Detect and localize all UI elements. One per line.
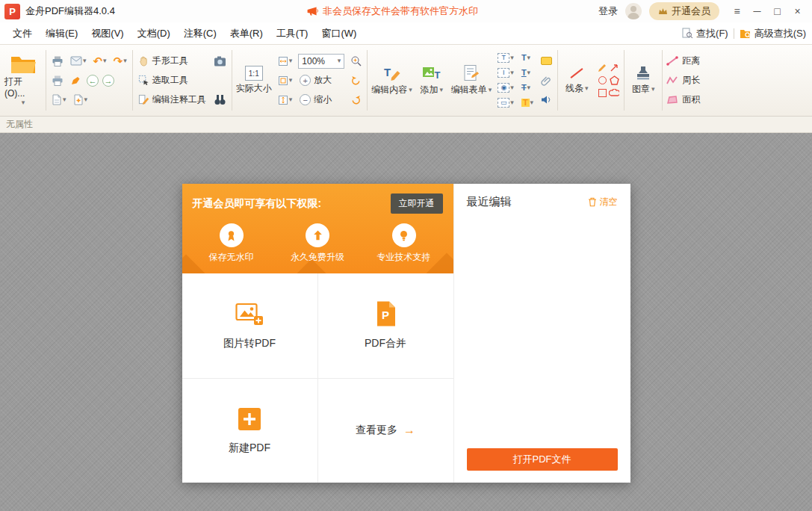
- button-field-icon: ▭: [498, 98, 509, 108]
- stamp-button[interactable]: 图章 ▾: [626, 46, 660, 114]
- edit-content-label: 编辑内容: [371, 84, 407, 96]
- rectangle-shape-button[interactable]: [598, 89, 607, 97]
- polygon-shape-button[interactable]: [610, 75, 619, 85]
- toolbar-separator: [132, 50, 133, 111]
- vip-button[interactable]: 开通会员: [649, 2, 719, 20]
- find-button[interactable]: 查找(F): [682, 27, 728, 40]
- pdf-merge-icon: P: [374, 300, 397, 327]
- menu-edit[interactable]: 编辑(E): [39, 24, 84, 43]
- new-pdf-button[interactable]: 新建PDF: [182, 379, 317, 483]
- vip-button-label: 开通会员: [672, 4, 710, 18]
- mail-button[interactable]: ▾: [69, 55, 88, 66]
- marquee-zoom-button[interactable]: [349, 55, 363, 67]
- highlight-text-button[interactable]: T▾: [520, 98, 535, 108]
- menu-tools[interactable]: 工具(T): [270, 24, 315, 43]
- find-label: 查找(F): [696, 27, 728, 40]
- open-pdf-file-button[interactable]: 打开PDF文件: [467, 448, 618, 471]
- pdf-merge-button[interactable]: P PDF合并: [318, 273, 453, 378]
- comment-bubble-button[interactable]: [539, 56, 554, 66]
- distance-tool-button[interactable]: 距离: [666, 52, 700, 70]
- export-document-button[interactable]: ▾: [50, 93, 68, 106]
- clear-recent-button[interactable]: 清空: [588, 196, 618, 208]
- print-setup-button[interactable]: [50, 74, 65, 87]
- zoom-in-button[interactable]: + 放大: [298, 71, 344, 90]
- menu-window[interactable]: 窗口(W): [314, 24, 363, 43]
- actual-size-button[interactable]: 1:1 实际大小: [234, 46, 274, 114]
- activate-now-button[interactable]: 立即开通: [391, 193, 443, 214]
- page-fit-group: ▾ ▾ ▾: [274, 46, 297, 114]
- circle-shape-button[interactable]: [598, 76, 607, 84]
- underline-text-button[interactable]: T▾: [520, 68, 532, 78]
- trash-icon: [588, 197, 597, 207]
- minimize-button[interactable]: ─: [747, 2, 767, 20]
- app-menu-button[interactable]: ≡: [727, 2, 747, 20]
- rotate-left-button[interactable]: [349, 74, 363, 87]
- upgrade-arrow-icon: [306, 223, 329, 247]
- login-link[interactable]: 登录: [598, 4, 618, 18]
- perimeter-tool-button[interactable]: 周长: [666, 71, 700, 90]
- pencil-shape-button[interactable]: [598, 63, 607, 72]
- vip-banner-title: 开通会员即可享有以下权限:: [193, 197, 322, 211]
- menu-view[interactable]: 视图(V): [84, 24, 130, 43]
- select-tool-button[interactable]: 选取工具: [137, 71, 208, 90]
- fit-page-button[interactable]: ▾: [276, 75, 294, 87]
- edit-content-button[interactable]: T 编辑内容 ▾: [369, 46, 415, 114]
- radio-field-icon: ◉: [498, 83, 509, 93]
- attachment-button[interactable]: [539, 75, 553, 87]
- radio-field-button[interactable]: ◉▾: [496, 82, 515, 93]
- open-folder-icon: [10, 55, 36, 74]
- button-field-button[interactable]: ▭▾: [496, 97, 515, 108]
- sound-button[interactable]: [539, 94, 554, 105]
- add-button[interactable]: T 添加 ▾: [415, 46, 449, 114]
- edit-form-button[interactable]: 编辑表单 ▾: [449, 46, 495, 114]
- undo-button[interactable]: ↶ ▾: [92, 55, 108, 67]
- line-icon: [569, 66, 584, 81]
- annotate-pen-icon: [138, 94, 149, 105]
- next-view-button[interactable]: →: [102, 75, 114, 87]
- fit-visible-caret-icon: ▾: [289, 96, 293, 103]
- app-title: 金舟PDF编辑器4.0.4: [25, 4, 115, 18]
- ink-sign-button[interactable]: [69, 74, 83, 87]
- menu-document[interactable]: 文档(D): [131, 24, 177, 43]
- fit-width-button[interactable]: ▾: [276, 55, 294, 67]
- fit-visible-button[interactable]: ▾: [276, 94, 294, 106]
- strikeout-text-button[interactable]: T▾: [520, 83, 532, 93]
- hand-tool-button[interactable]: 手形工具: [137, 52, 208, 70]
- image-to-pdf-button[interactable]: 图片转PDF: [182, 273, 317, 378]
- view-more-button[interactable]: 查看更多 →: [318, 379, 453, 483]
- text-field-button[interactable]: T▾: [496, 52, 515, 64]
- annotate-tool-button[interactable]: 编辑注释工具: [137, 90, 208, 109]
- arrow-shape-button[interactable]: [610, 63, 619, 72]
- zoom-out-button[interactable]: − 缩小: [298, 90, 344, 109]
- snapshot-camera-button[interactable]: [212, 55, 228, 67]
- fit-width-caret-icon: ▾: [289, 58, 293, 64]
- previous-view-button[interactable]: ←: [87, 75, 99, 87]
- ibeam-field-button[interactable]: I▾: [496, 67, 515, 78]
- menu-comment[interactable]: 注释(C): [177, 24, 223, 43]
- form-fields-group: T▾ I▾ ◉▾ ▭▾: [494, 46, 518, 114]
- print-button[interactable]: [50, 55, 65, 68]
- cloud-shape-button[interactable]: [609, 89, 619, 97]
- close-button[interactable]: ×: [787, 2, 808, 20]
- avatar[interactable]: [625, 3, 642, 19]
- zoom-level-select[interactable]: 100% ▾: [298, 54, 344, 69]
- find-icon: [682, 28, 693, 39]
- area-tool-button[interactable]: 面积: [666, 90, 700, 109]
- typewriter-button[interactable]: T▾: [520, 53, 532, 63]
- open-file-button[interactable]: 打开(O)... ▾: [2, 46, 44, 114]
- feature-tech-support: 专业技术支持: [368, 223, 440, 264]
- menu-file[interactable]: 文件: [6, 24, 39, 43]
- rotate-right-button[interactable]: [349, 93, 363, 106]
- advanced-find-button[interactable]: 高级查找(S): [740, 27, 806, 40]
- welcome-dialog: 开通会员即可享有以下权限: 立即开通 保存无水印: [182, 184, 630, 483]
- redo-button[interactable]: ↷ ▾: [112, 55, 128, 67]
- vip-banner: 开通会员即可享有以下权限: 立即开通 保存无水印: [182, 184, 453, 273]
- menu-form[interactable]: 表单(R): [223, 24, 270, 43]
- bulb-icon: [392, 223, 416, 247]
- new-document-button[interactable]: ▾: [72, 93, 90, 106]
- search-binoculars-button[interactable]: [212, 93, 228, 106]
- line-tool-button[interactable]: 线条 ▾: [560, 46, 594, 114]
- maximize-button[interactable]: □: [767, 2, 787, 20]
- typewriter-icon: T: [521, 54, 527, 62]
- recent-list-empty: [467, 209, 618, 448]
